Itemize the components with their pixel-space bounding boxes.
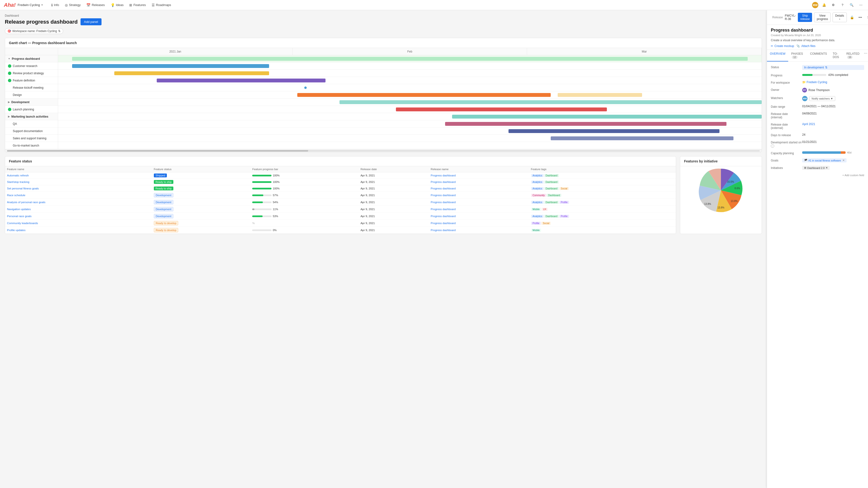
gantt-bar-3[interactable]	[157, 78, 326, 83]
gantt-scrollbar[interactable]	[5, 149, 762, 152]
for-workspace-value[interactable]: 📁 Fredwin Cycling	[802, 80, 864, 84]
search-icon[interactable]: 🔍	[848, 2, 855, 8]
feature-tag[interactable]: UX	[541, 208, 548, 211]
gantt-row-customer-research[interactable]: Customer research	[5, 62, 58, 70]
tab-overview[interactable]: OVERVIEW	[767, 50, 788, 61]
release-name-link[interactable]: Progress dashboard	[431, 181, 456, 184]
add-custom-field-button[interactable]: + Add custom field	[842, 174, 864, 177]
feature-tag[interactable]: Social	[559, 187, 569, 190]
feature-tag[interactable]: Analytics	[531, 181, 544, 184]
release-name-link[interactable]: Progress dashboard	[431, 208, 456, 210]
gantt-bar-7[interactable]	[396, 107, 607, 111]
gantt-bar-9[interactable]	[445, 122, 726, 126]
feature-tag[interactable]: Dashboard	[544, 174, 559, 177]
release-external-value[interactable]: April 2021	[802, 123, 864, 126]
gantt-row-marketing[interactable]: ▶ Marketing launch activities	[5, 113, 58, 120]
feature-name-link[interactable]: Personal race goals	[7, 215, 32, 218]
tab-comments[interactable]: COMMENTS	[807, 50, 830, 61]
feature-tag[interactable]: Mobile	[531, 229, 541, 232]
details-button[interactable]: Details ›	[833, 12, 847, 22]
gantt-bar-2[interactable]	[114, 71, 269, 75]
gantt-row-qa[interactable]: QA	[5, 120, 58, 128]
feature-tag[interactable]: Profile	[531, 222, 541, 225]
gantt-row-support-doc[interactable]: Support documentation	[5, 128, 58, 135]
feature-tag[interactable]: Dashboard	[544, 181, 559, 184]
release-name-link[interactable]: Progress dashboard	[431, 215, 456, 218]
goal-remove-icon[interactable]: ✕	[842, 159, 845, 162]
app-logo[interactable]: Aha!	[4, 2, 16, 8]
feature-tag[interactable]: Dashboard	[547, 194, 561, 197]
feature-name-link[interactable]: Set personal fitness goals	[7, 187, 39, 190]
tab-related[interactable]: RELATED 16	[843, 50, 863, 61]
tabs-more-icon[interactable]: ⋯	[863, 50, 868, 57]
gantt-bar-0[interactable]	[72, 57, 747, 61]
more-options-icon[interactable]: •••	[857, 14, 864, 21]
release-internal-value[interactable]: 04/09/2021	[802, 112, 864, 115]
ship-release-button[interactable]: Ship release	[798, 13, 812, 22]
gantt-bar-6[interactable]	[340, 100, 762, 104]
feature-tag[interactable]: Mobile	[531, 208, 541, 211]
nav-item-roadmaps[interactable]: ☰ Roadmaps	[149, 2, 174, 8]
status-badge[interactable]: Development	[154, 193, 173, 197]
gantt-bar-1[interactable]	[72, 64, 269, 68]
feature-name-link[interactable]: Community leaderboards	[7, 222, 38, 225]
gantt-row-sales-training[interactable]: Sales and support training	[5, 135, 58, 142]
initiative-tag[interactable]: ⊞ Dashboard 2.0 ✕	[802, 166, 830, 170]
gantt-bar-10[interactable]	[508, 129, 719, 133]
status-badge[interactable]: Shipped	[154, 173, 167, 177]
gantt-row-kickoff[interactable]: Release kickoff meeting	[5, 84, 58, 91]
feature-tag[interactable]: Community	[531, 194, 546, 197]
feature-tag[interactable]: Dashboard	[544, 187, 559, 190]
initiative-remove-icon[interactable]: ✕	[826, 166, 828, 169]
gantt-bar-5b[interactable]	[558, 93, 642, 97]
tab-todos[interactable]: TO-DOS	[830, 50, 843, 61]
close-icon[interactable]: ✕	[865, 14, 868, 21]
date-range-value[interactable]: 01/04/2021 — 04/11/2021	[802, 105, 864, 108]
scrollbar-thumb[interactable]	[7, 150, 308, 152]
help-icon[interactable]: ?	[839, 2, 846, 8]
attach-files-button[interactable]: 📎 Attach files	[796, 44, 815, 48]
feature-name-link[interactable]: Race schedule	[7, 194, 25, 197]
gantt-row-design[interactable]: Design	[5, 91, 58, 99]
gantt-row-gtm[interactable]: Go-to-market launch	[5, 142, 58, 149]
gantt-row-development[interactable]: ▶ Development	[5, 99, 58, 106]
feature-name-link[interactable]: Navigation updates	[7, 208, 31, 210]
nav-item-releases[interactable]: 📅 Releases	[84, 2, 107, 8]
status-badge[interactable]: Ready to develop	[154, 221, 179, 225]
nav-item-ideas[interactable]: 💡 Ideas	[108, 2, 126, 8]
feature-tag[interactable]: Dashboard	[544, 201, 559, 204]
feature-tag[interactable]: Social	[541, 222, 551, 225]
release-name-link[interactable]: Progress dashboard	[431, 194, 456, 197]
nav-item-info[interactable]: ℹ Info	[49, 2, 61, 8]
feature-tag[interactable]: Dashboard	[544, 215, 559, 218]
feature-tag[interactable]: Analytics	[531, 215, 544, 218]
settings-icon[interactable]: ⚙	[830, 2, 837, 8]
feature-name-link[interactable]: Start/stop tracking	[7, 181, 29, 184]
status-dropdown[interactable]: In development ⇅	[802, 65, 864, 70]
status-badge[interactable]: Ready to develop	[154, 228, 179, 232]
gantt-bar-11[interactable]	[551, 136, 734, 140]
release-name-link[interactable]: Progress dashboard	[431, 174, 456, 177]
release-name-link[interactable]: Progress dashboard	[431, 222, 456, 225]
workspace-filter[interactable]: 🎯 Workspace name: Fredwin Cycling ⇅	[5, 28, 63, 34]
lock-icon[interactable]: 🔒	[849, 14, 856, 21]
workspace-selector[interactable]: Fredwin Cycling ▼	[18, 3, 43, 7]
gantt-bar-5a[interactable]	[297, 93, 551, 97]
goal-tag[interactable]: 🏴 #1 in social fitness software ✕	[802, 158, 846, 162]
status-badge[interactable]: Development	[154, 207, 173, 212]
gantt-row-launch-planning[interactable]: Launch planning	[5, 106, 58, 113]
release-name-link[interactable]: Progress dashboard	[431, 229, 456, 232]
more-icon[interactable]: ⋯	[858, 2, 864, 8]
feature-tag[interactable]: Profile	[559, 215, 569, 218]
create-mockup-button[interactable]: ✏ Create mockup	[771, 44, 794, 48]
feature-name-link[interactable]: Automatic refresh	[7, 174, 29, 177]
add-panel-button[interactable]: Add panel	[81, 18, 101, 25]
bell-icon[interactable]: 🔔	[821, 2, 828, 8]
status-badge[interactable]: Development	[154, 200, 173, 204]
gantt-row-review-strategy[interactable]: Review product strategy	[5, 70, 58, 77]
status-badge[interactable]: Development	[154, 214, 173, 218]
release-name-link[interactable]: Progress dashboard	[431, 201, 456, 204]
view-progress-button[interactable]: View progress	[814, 12, 831, 22]
release-name-link[interactable]: Progress dashboard	[431, 187, 456, 190]
nav-item-strategy[interactable]: ◎ Strategy	[62, 2, 83, 8]
